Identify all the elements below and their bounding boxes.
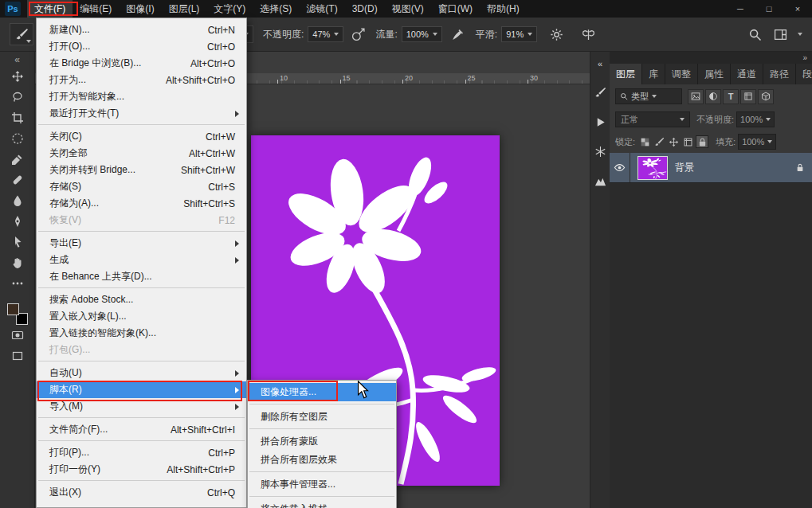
menu-item[interactable]: 关闭全部Alt+Ctrl+W (37, 145, 246, 162)
tab-layers[interactable]: 图层 (610, 64, 642, 84)
submenu-item-image-processor[interactable]: 图像处理器... (248, 383, 396, 401)
collapse-dock-icon[interactable]: » (802, 52, 807, 64)
menubar-item[interactable]: 文字(Y) (206, 0, 253, 18)
lasso-tool-icon[interactable] (6, 87, 29, 107)
gear-icon[interactable] (548, 26, 564, 42)
menu-item[interactable]: 最近打开文件(T) (37, 105, 246, 122)
pressure-opacity-icon[interactable] (350, 26, 366, 42)
menu-item[interactable]: 打印(P)...Ctrl+P (37, 444, 246, 461)
menu-item[interactable]: 导出(E) (37, 235, 246, 252)
lock-position-icon[interactable] (667, 135, 680, 148)
layer-opacity-field[interactable]: 100% (736, 111, 775, 127)
lock-artboard-icon[interactable] (681, 135, 694, 148)
tab-paragraph[interactable]: 段落 (796, 64, 812, 84)
menu-item[interactable]: 拼合所有蒙版 (248, 432, 396, 451)
maximize-button[interactable]: □ (755, 0, 783, 18)
histogram-panel-icon[interactable] (594, 174, 607, 188)
path-select-tool-icon[interactable] (6, 232, 29, 252)
menubar-item[interactable]: 编辑(E) (73, 0, 119, 18)
menubar-item[interactable]: 滤镜(T) (299, 0, 344, 18)
eyedropper-tool-icon[interactable] (6, 149, 29, 170)
pen-tool-icon[interactable] (6, 211, 29, 232)
foreground-color-swatch[interactable] (7, 303, 19, 315)
screen-mode-icon[interactable] (6, 346, 29, 366)
menubar-item[interactable]: 图层(L) (162, 0, 207, 18)
menu-item[interactable]: 存储(S)Ctrl+S (37, 178, 246, 195)
layer-visibility-toggle[interactable] (610, 153, 630, 182)
menu-item[interactable]: 新建(N)...Ctrl+N (37, 21, 246, 38)
symmetry-icon[interactable] (580, 26, 596, 42)
menu-item[interactable]: 导入(M) (37, 398, 246, 415)
menu-item[interactable]: 在 Behance 上共享(D)... (37, 268, 246, 285)
brush-settings-panel-icon[interactable] (594, 86, 607, 100)
menubar-item[interactable]: 文件(F) (27, 0, 73, 18)
tab-channels[interactable]: 通道 (731, 64, 763, 84)
menubar-item[interactable]: 3D(D) (345, 0, 385, 18)
menu-item[interactable]: 恢复(V)F12 (37, 212, 246, 229)
flow-field[interactable]: 100% (402, 26, 442, 42)
hand-tool-icon[interactable] (6, 252, 29, 273)
layer-fill-field[interactable]: 100% (738, 134, 776, 150)
filter-adjustment-icon[interactable] (705, 89, 721, 104)
menubar-item[interactable]: 窗口(W) (431, 0, 480, 18)
color-swatches[interactable] (7, 303, 28, 325)
menubar-item[interactable]: 帮助(H) (480, 0, 527, 18)
filter-smart-object-icon[interactable] (758, 89, 774, 104)
move-tool-icon[interactable] (6, 66, 29, 87)
menu-item[interactable]: 存储为(A)...Shift+Ctrl+S (37, 195, 246, 212)
collapse-toolbar-icon[interactable]: « (6, 53, 29, 66)
menu-item[interactable]: 自动(U) (37, 365, 246, 381)
menu-item[interactable]: 打开为智能对象... (37, 88, 246, 105)
minimize-button[interactable]: ─ (726, 0, 755, 18)
menu-item[interactable]: 将文件载入堆栈... (248, 500, 396, 508)
blur-tool-icon[interactable] (6, 190, 29, 211)
filter-type-icon[interactable]: T (723, 89, 739, 104)
menu-item[interactable]: 删除所有空图层 (248, 408, 396, 426)
tab-properties[interactable]: 属性 (698, 64, 731, 84)
snapshot-panel-icon[interactable] (594, 145, 607, 158)
file-menu-item-script[interactable]: 脚本(R) (37, 381, 246, 398)
edit-toolbar-icon[interactable] (6, 273, 29, 294)
menu-item[interactable]: 关闭并转到 Bridge...Shift+Ctrl+W (37, 162, 246, 178)
actions-panel-icon[interactable] (594, 115, 607, 129)
layer-thumbnail[interactable] (637, 156, 668, 180)
menu-item[interactable]: 打包(G)... (37, 342, 246, 358)
expand-dock-icon[interactable]: « (594, 57, 607, 70)
menu-item[interactable]: 在 Bridge 中浏览(B)...Alt+Ctrl+O (37, 55, 246, 72)
menu-item[interactable]: 生成 (37, 252, 246, 268)
menu-item[interactable]: 退出(X)Ctrl+Q (37, 484, 246, 501)
menu-item[interactable]: 搜索 Adobe Stock... (37, 291, 246, 308)
menu-item[interactable]: 拼合所有图层效果 (248, 451, 396, 469)
workspace-icon[interactable] (772, 26, 788, 42)
layer-filter-dropdown[interactable]: 类型 (615, 88, 682, 104)
menu-item[interactable]: 打印一份(Y)Alt+Shift+Ctrl+P (37, 461, 246, 478)
menu-item[interactable]: 文件简介(F)...Alt+Shift+Ctrl+I (37, 421, 246, 438)
lock-all-icon[interactable] (696, 135, 708, 148)
lock-transparency-icon[interactable] (638, 135, 651, 148)
menu-item[interactable]: 置入嵌入对象(L)... (37, 308, 246, 325)
filter-shape-icon[interactable] (740, 89, 756, 104)
tab-paths[interactable]: 路径 (763, 64, 796, 84)
opacity-field[interactable]: 47% (308, 26, 343, 42)
menubar-item[interactable]: 视图(V) (385, 0, 431, 18)
tab-adjustments[interactable]: 调整 (665, 64, 698, 84)
smoothing-field[interactable]: 91% (501, 26, 537, 42)
healing-brush-tool-icon[interactable] (6, 170, 29, 190)
menubar-item[interactable]: 选择(S) (253, 0, 299, 18)
menu-item[interactable]: 打开(O)...Ctrl+O (37, 38, 246, 55)
menu-item[interactable]: 打开为...Alt+Shift+Ctrl+O (37, 72, 246, 88)
lock-pixels-icon[interactable] (653, 135, 665, 148)
search-icon[interactable] (747, 26, 763, 42)
tab-libraries[interactable]: 库 (642, 64, 665, 84)
airbrush-icon[interactable] (450, 26, 466, 42)
menubar-item[interactable]: 图像(I) (119, 0, 161, 18)
quick-mask-icon[interactable] (6, 325, 29, 346)
layer-row-background[interactable]: 背景 (610, 153, 812, 183)
close-button[interactable]: × (783, 0, 812, 18)
marquee-tool-icon[interactable] (6, 128, 29, 149)
blend-mode-dropdown[interactable]: 正常 (615, 111, 690, 127)
menu-item[interactable]: 脚本事件管理器... (248, 475, 396, 494)
menu-item[interactable]: 置入链接的智能对象(K)... (37, 325, 246, 342)
filter-image-icon[interactable] (688, 89, 704, 104)
menu-item[interactable]: 关闭(C)Ctrl+W (37, 128, 246, 145)
